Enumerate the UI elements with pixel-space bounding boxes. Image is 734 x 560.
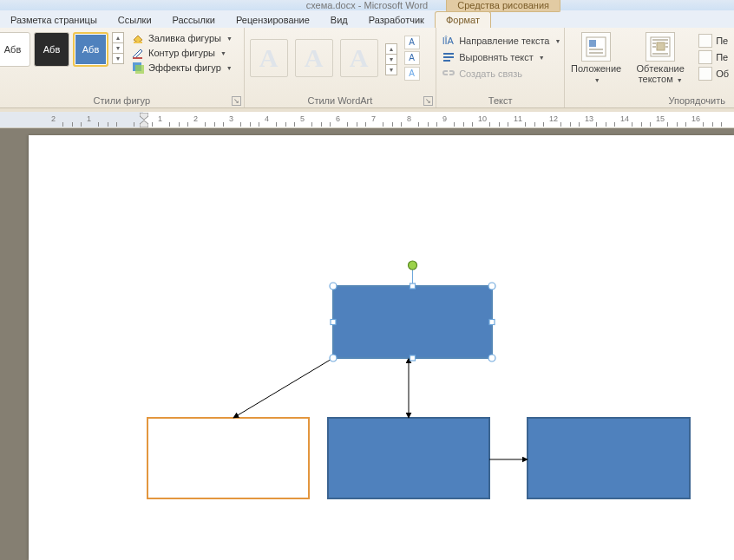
ribbon-tabs: Разметка страницы Ссылки Рассылки Реценз…: [0, 10, 734, 28]
dropdown-icon: ▼: [594, 77, 600, 83]
tab-view[interactable]: Вид: [320, 12, 358, 28]
shape-style-swatch-1[interactable]: Абв: [0, 32, 30, 67]
text-fill-button[interactable]: A: [404, 36, 420, 49]
text-direction-icon: lÎA: [442, 34, 455, 48]
text-outline-button[interactable]: A: [404, 51, 420, 65]
pen-outline-icon: [131, 46, 145, 60]
tab-review[interactable]: Рецензирование: [226, 12, 320, 28]
dropdown-icon: ▼: [554, 38, 560, 44]
shape-rect-orange[interactable]: [147, 418, 309, 498]
group-label-wordart: Стили WordArt: [250, 95, 431, 107]
group-shape-styles: Абв Абв Абв ▴ ▾ ▾ Заливка фигуры▼: [0, 28, 245, 107]
paint-bucket-icon: [131, 31, 145, 45]
contextual-tab-label: Средства рисования: [446, 0, 560, 12]
wordart-gallery-scroll[interactable]: ▴ ▾ ▾: [385, 43, 397, 75]
shape-rect-right[interactable]: [528, 418, 690, 498]
svg-point-24: [330, 355, 337, 361]
group-arrange: Положение▼ Обтекание текстом ▼ Пе Пе Об …: [565, 28, 734, 107]
svg-rect-7: [443, 60, 450, 62]
svg-rect-3: [135, 65, 144, 74]
align-text-button[interactable]: Выровнять текст▼: [442, 50, 559, 64]
create-link-button: Создать связь: [442, 67, 559, 81]
effects-icon: [131, 61, 145, 75]
tab-page-layout[interactable]: Разметка страницы: [0, 12, 108, 28]
svg-rect-22: [331, 320, 336, 325]
send-backward-icon: [698, 50, 712, 64]
svg-rect-5: [443, 53, 454, 55]
selection-pane-icon: [698, 67, 712, 81]
text-effects-button[interactable]: A: [404, 67, 420, 81]
svg-rect-10: [589, 49, 603, 50]
diagram-canvas[interactable]: [29, 135, 734, 560]
document-page[interactable]: [29, 135, 734, 560]
dropdown-icon: ▼: [226, 65, 233, 71]
shape-rect-selected[interactable]: [333, 286, 492, 358]
chevron-more-icon[interactable]: ▾: [112, 53, 124, 64]
dialog-launcher-icon[interactable]: ↘: [232, 96, 241, 106]
svg-text:lÎA: lÎA: [442, 36, 455, 46]
svg-rect-1: [133, 57, 142, 59]
dialog-launcher-icon[interactable]: ↘: [423, 96, 433, 106]
wordart-swatch-1[interactable]: A: [250, 39, 288, 77]
svg-point-21: [488, 283, 495, 290]
dropdown-icon: ▼: [226, 36, 233, 42]
title-text: схема.docx - Microsoft Word: [306, 0, 429, 10]
group-label-text: Текст: [442, 95, 559, 107]
svg-rect-11: [589, 52, 603, 54]
chevron-more-icon[interactable]: ▾: [385, 64, 397, 75]
svg-rect-0: [134, 42, 142, 43]
wordart-swatch-2[interactable]: A: [295, 39, 333, 77]
tab-format[interactable]: Формат: [435, 11, 491, 28]
svg-rect-25: [410, 355, 416, 361]
svg-rect-23: [489, 320, 495, 325]
shape-fill-button[interactable]: Заливка фигуры▼: [131, 31, 233, 45]
group-wordart-styles: A A A ▴ ▾ ▾ A A A Стили WordArt ↘: [245, 28, 437, 107]
text-direction-button[interactable]: lÎA Направление текста▼: [442, 34, 559, 48]
selection-pane-button[interactable]: Об: [698, 67, 729, 81]
connector-diagonal[interactable]: [233, 358, 333, 418]
link-icon: [442, 67, 455, 81]
shape-style-swatch-2[interactable]: Абв: [34, 32, 69, 67]
group-label-arrange: Упорядочить: [570, 95, 729, 107]
svg-point-17: [409, 261, 417, 270]
tab-references[interactable]: Ссылки: [108, 12, 162, 28]
svg-point-19: [330, 283, 337, 290]
wrap-text-button[interactable]: Обтекание текстом ▼: [634, 32, 686, 86]
ribbon: Абв Абв Абв ▴ ▾ ▾ Заливка фигуры▼: [0, 28, 734, 108]
bring-forward-button[interactable]: Пе: [698, 34, 729, 48]
svg-rect-9: [589, 40, 596, 47]
wrap-text-icon: [646, 32, 675, 62]
shape-style-gallery-scroll[interactable]: ▴ ▾ ▾: [112, 32, 124, 63]
dropdown-icon: ▼: [220, 50, 226, 56]
svg-rect-6: [443, 56, 454, 58]
position-button[interactable]: Положение▼: [570, 32, 622, 86]
wordart-swatch-3[interactable]: A: [340, 39, 378, 77]
svg-rect-13: [657, 42, 665, 50]
group-text: lÎA Направление текста▼ Выровнять текст▼…: [436, 28, 565, 107]
tab-developer[interactable]: Разработчик: [358, 12, 435, 28]
tab-mailings[interactable]: Рассылки: [162, 12, 226, 28]
horizontal-ruler[interactable]: 2112345678910111213141516: [0, 112, 734, 128]
dropdown-icon: ▼: [675, 77, 683, 83]
shape-rect-middle[interactable]: [328, 418, 489, 498]
bring-forward-icon: [698, 34, 712, 48]
titlebar: схема.docx - Microsoft Word: [0, 0, 734, 10]
shape-effects-button[interactable]: Эффекты фигур▼: [131, 61, 233, 75]
svg-point-26: [488, 355, 495, 361]
shape-style-swatch-3-selected[interactable]: Абв: [73, 32, 108, 67]
workspace: [0, 128, 734, 560]
send-backward-button[interactable]: Пе: [698, 50, 729, 64]
align-text-icon: [442, 50, 455, 64]
position-icon: [581, 32, 611, 62]
shape-outline-button[interactable]: Контур фигуры▼: [131, 46, 233, 60]
dropdown-icon: ▼: [539, 55, 545, 61]
svg-rect-20: [410, 283, 416, 289]
group-label-shape-styles: Стили фигур: [5, 95, 239, 107]
